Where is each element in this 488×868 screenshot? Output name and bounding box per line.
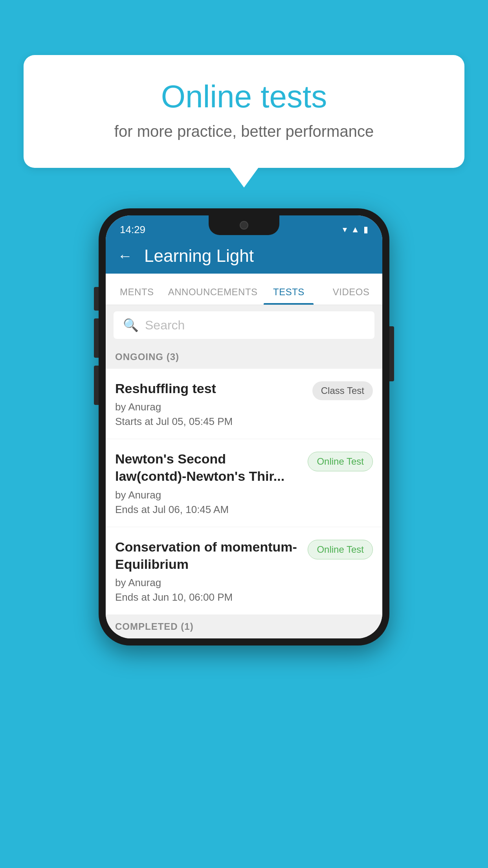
battery-icon: ▮ [363,224,368,235]
test-list: Reshuffling test by Anurag Starts at Jul… [106,369,382,615]
app-title: Learning Light [144,246,254,266]
test-name-2: Newton's Second law(contd)-Newton's Thir… [115,450,300,485]
test-item-3[interactable]: Conservation of momentum-Equilibrium by … [106,527,382,615]
tabs-bar: MENTS ANNOUNCEMENTS TESTS VIDEOS [106,274,382,305]
test-info-3: Conservation of momentum-Equilibrium by … [115,538,308,603]
power-button[interactable] [389,326,394,381]
bubble-title: Online tests [55,79,433,115]
test-badge-3: Online Test [308,540,373,559]
ongoing-label: ONGOING (3) [115,351,179,362]
tab-ments[interactable]: MENTS [106,287,168,305]
phone-notch [209,215,279,235]
tab-announcements[interactable]: ANNOUNCEMENTS [168,287,258,305]
wifi-icon: ▾ [343,224,347,235]
search-bar[interactable]: 🔍 Search [114,311,374,339]
search-container: 🔍 Search [106,305,382,345]
test-info-1: Reshuffling test by Anurag Starts at Jul… [115,380,312,428]
test-info-2: Newton's Second law(contd)-Newton's Thir… [115,450,308,515]
phone-screen: 14:29 ▾ ▲ ▮ ← Learning Light MENTS ANNOU… [106,215,382,638]
completed-section-header: COMPLETED (1) [106,615,382,638]
phone-outer: 14:29 ▾ ▲ ▮ ← Learning Light MENTS ANNOU… [99,208,389,645]
test-author-3: by Anurag [115,577,300,589]
test-badge-1: Class Test [312,381,373,400]
test-date-1: Starts at Jul 05, 05:45 PM [115,416,305,428]
tab-tests[interactable]: TESTS [258,287,320,305]
test-name-1: Reshuffling test [115,380,305,397]
status-time: 14:29 [120,224,145,236]
test-date-2: Ends at Jul 06, 10:45 AM [115,504,300,516]
test-date-3: Ends at Jun 10, 06:00 PM [115,591,300,603]
test-badge-2: Online Test [308,452,373,471]
volume-up-button[interactable] [94,318,99,358]
completed-label: COMPLETED (1) [115,621,194,632]
speech-bubble: Online tests for more practice, better p… [24,55,464,168]
volume-down-button[interactable] [94,287,99,311]
phone-wrapper: 14:29 ▾ ▲ ▮ ← Learning Light MENTS ANNOU… [99,208,389,645]
test-author-2: by Anurag [115,489,300,501]
back-button[interactable]: ← [117,248,132,265]
test-name-3: Conservation of momentum-Equilibrium [115,538,300,573]
test-item-2[interactable]: Newton's Second law(contd)-Newton's Thir… [106,439,382,527]
bubble-subtitle: for more practice, better performance [55,123,433,140]
test-author-1: by Anurag [115,401,305,413]
search-icon: 🔍 [123,318,139,333]
volume-mid-button[interactable] [94,366,99,405]
tab-videos[interactable]: VIDEOS [320,287,382,305]
front-camera [240,221,248,230]
status-icons: ▾ ▲ ▮ [343,224,368,235]
app-header: ← Learning Light [106,238,382,274]
ongoing-section-header: ONGOING (3) [106,345,382,369]
search-placeholder: Search [145,318,185,333]
signal-icon: ▲ [351,224,360,235]
test-item-1[interactable]: Reshuffling test by Anurag Starts at Jul… [106,369,382,439]
